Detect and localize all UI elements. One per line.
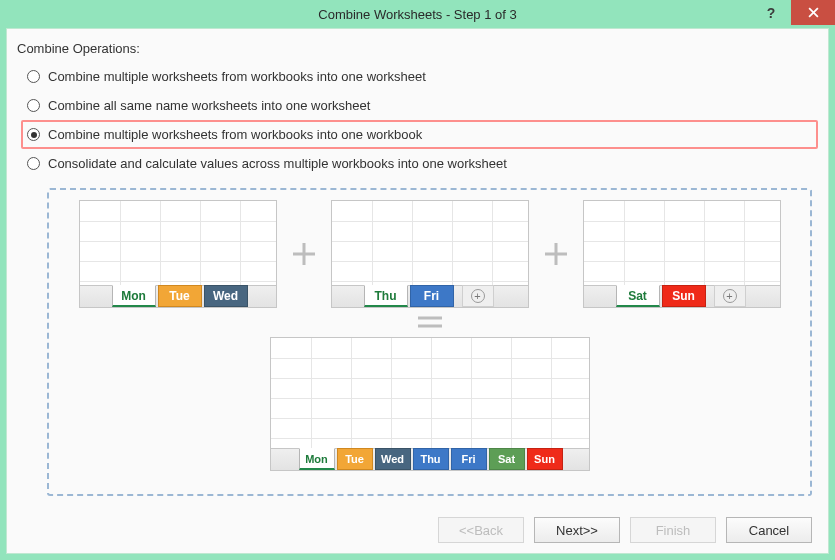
sheet-tab-thu: Thu	[364, 285, 408, 307]
close-icon	[808, 7, 819, 18]
sheet-tab-thu: Thu	[413, 448, 449, 470]
sheet-tab-fri: Fri	[410, 285, 454, 307]
sheet-tab-tue: Tue	[158, 285, 202, 307]
grid-area	[332, 201, 528, 285]
dialog-body: Combine Operations: Combine multiple wor…	[6, 28, 829, 554]
sheet-tab-mon: Mon	[112, 285, 156, 307]
preview-panel: MonTueWed ThuFri+ SatSun+ MonTueWedThuF	[47, 188, 812, 496]
radio[interactable]	[27, 70, 40, 83]
help-button[interactable]: ?	[751, 0, 791, 25]
option-2[interactable]: Combine multiple worksheets from workboo…	[21, 120, 818, 149]
sheet-tab-sat: Sat	[616, 285, 660, 307]
sheet-tab-fri: Fri	[451, 448, 487, 470]
workbook-1-tabs: MonTueWed	[80, 285, 276, 307]
radio[interactable]	[27, 128, 40, 141]
equals-icon	[415, 311, 445, 333]
workbook-3-tabs: SatSun+	[584, 285, 780, 307]
sheet-tab-sun: Sun	[527, 448, 563, 470]
finish-button: Finish	[630, 517, 716, 543]
option-label: Combine multiple worksheets from workboo…	[48, 69, 426, 84]
back-button: <<Back	[438, 517, 524, 543]
sheet-tab-mon: Mon	[299, 448, 335, 470]
footer-buttons: <<Back Next>> Finish Cancel	[438, 517, 812, 543]
cancel-button[interactable]: Cancel	[726, 517, 812, 543]
workbook-preview-result: MonTueWedThuFriSatSun	[270, 337, 590, 471]
next-button[interactable]: Next>>	[534, 517, 620, 543]
new-sheet-icon: +	[462, 285, 494, 307]
sheet-tab-tue: Tue	[337, 448, 373, 470]
group-label: Combine Operations:	[17, 41, 818, 56]
option-label: Combine multiple worksheets from workboo…	[48, 127, 422, 142]
options-group: Combine multiple worksheets from workboo…	[21, 62, 818, 178]
plus-icon	[541, 239, 571, 269]
option-0[interactable]: Combine multiple worksheets from workboo…	[21, 62, 818, 91]
workbook-preview-1: MonTueWed	[79, 200, 277, 308]
close-button[interactable]	[791, 0, 835, 25]
workbook-2-tabs: ThuFri+	[332, 285, 528, 307]
titlebar: Combine Worksheets - Step 1 of 3 ?	[0, 0, 835, 28]
option-3[interactable]: Consolidate and calculate values across …	[21, 149, 818, 178]
window-title: Combine Worksheets - Step 1 of 3	[0, 7, 835, 22]
workbook-preview-3: SatSun+	[583, 200, 781, 308]
sheet-tab-sun: Sun	[662, 285, 706, 307]
radio[interactable]	[27, 99, 40, 112]
sheet-tab-wed: Wed	[204, 285, 248, 307]
new-sheet-icon: +	[714, 285, 746, 307]
grid-area	[271, 338, 589, 448]
radio[interactable]	[27, 157, 40, 170]
grid-area	[80, 201, 276, 285]
workbook-preview-2: ThuFri+	[331, 200, 529, 308]
option-label: Consolidate and calculate values across …	[48, 156, 507, 171]
grid-area	[584, 201, 780, 285]
plus-icon	[289, 239, 319, 269]
result-tabs: MonTueWedThuFriSatSun	[271, 448, 589, 470]
option-label: Combine all same name worksheets into on…	[48, 98, 370, 113]
sheet-tab-wed: Wed	[375, 448, 411, 470]
option-1[interactable]: Combine all same name worksheets into on…	[21, 91, 818, 120]
sheet-tab-sat: Sat	[489, 448, 525, 470]
